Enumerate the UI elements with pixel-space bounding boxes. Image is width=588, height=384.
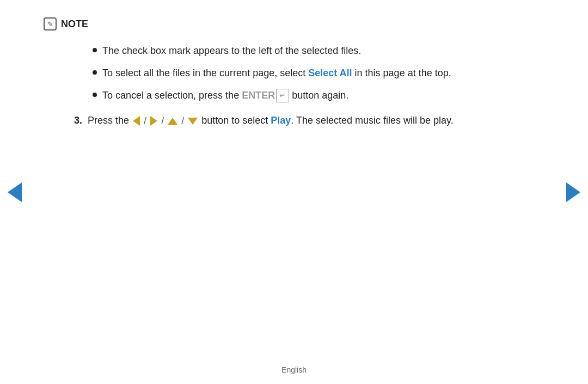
page-content: ✎ NOTE The check box mark appears to the… [0, 0, 588, 129]
note-icon-group: ✎ NOTE [44, 17, 88, 31]
select-all-link[interactable]: Select All [308, 68, 352, 78]
nav-left-button[interactable] [8, 182, 22, 202]
note-bullet-list: The check box mark appears to the left o… [93, 44, 544, 103]
bullet-icon [93, 70, 97, 75]
note-label: NOTE [61, 19, 88, 30]
list-item: To cancel a selection, press the ENTER↵ … [93, 88, 544, 103]
step-text: Press the / / / button to select Play. T… [88, 113, 544, 129]
bullet-text-1: The check box mark appears to the left o… [102, 44, 544, 58]
note-section: ✎ NOTE [44, 16, 544, 31]
separator-2: / [161, 115, 164, 126]
bullet-text-3: To cancel a selection, press the ENTER↵ … [102, 88, 544, 103]
list-item: To select all the files in the current p… [93, 66, 544, 81]
enter-icon: ↵ [276, 89, 289, 102]
separator-3: / [181, 115, 184, 126]
step-3: 3. Press the / / / button to select Play… [74, 113, 544, 129]
bullet-text-2: To select all the files in the current p… [102, 66, 544, 81]
list-item: The check box mark appears to the left o… [93, 44, 544, 58]
arrow-left-icon [133, 116, 140, 126]
nav-right-button[interactable] [566, 182, 580, 202]
arrow-right-icon [150, 116, 157, 126]
arrow-down-icon [188, 118, 198, 125]
arrow-up-icon [168, 118, 177, 125]
note-pencil-icon: ✎ [44, 17, 57, 31]
footer-language: English [281, 365, 307, 374]
enter-text: ENTER [242, 90, 275, 101]
step-number: 3. [74, 113, 82, 129]
bullet-icon [93, 48, 97, 52]
play-link[interactable]: Play [271, 115, 291, 126]
separator-1: / [144, 115, 146, 126]
bullet-icon [93, 93, 97, 97]
